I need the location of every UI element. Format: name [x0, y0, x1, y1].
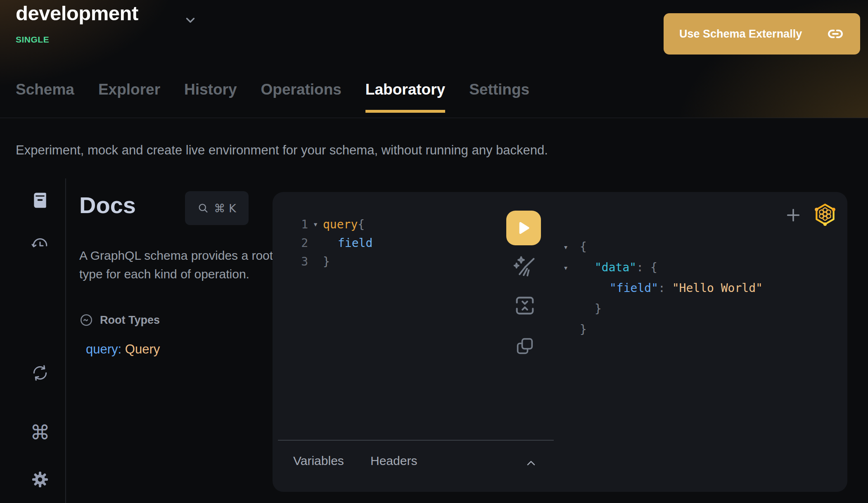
- root-type-query-link[interactable]: query: Query: [86, 342, 160, 357]
- fold-arrow-icon[interactable]: ▾: [308, 215, 323, 234]
- tab-settings[interactable]: Settings: [469, 81, 529, 113]
- use-schema-externally-button[interactable]: Use Schema Externally: [664, 13, 860, 55]
- response-line: ▾"data": {: [562, 257, 763, 278]
- history-icon[interactable]: [29, 235, 51, 257]
- tab-history[interactable]: History: [184, 81, 237, 113]
- editor-line: 1▾query{: [273, 215, 372, 234]
- collapse-editor-tools-button[interactable]: [522, 456, 540, 471]
- root-type-type-link[interactable]: Query: [125, 342, 160, 356]
- root-types-label: Root Types: [100, 314, 160, 327]
- copy-query-button[interactable]: [514, 335, 536, 357]
- reload-schema-icon[interactable]: [29, 362, 51, 384]
- page-header: development SINGLE Use Schema Externally…: [0, 0, 868, 118]
- docs-search-button[interactable]: ⌘ K: [185, 191, 249, 225]
- request-tools-divider: [278, 440, 554, 441]
- response-line: }: [562, 319, 763, 340]
- copy-icon: [514, 335, 536, 357]
- use-schema-label: Use Schema Externally: [679, 28, 802, 40]
- root-types-section: Root Types: [79, 313, 160, 327]
- docs-description: A GraphQL schema provides a root type fo…: [79, 246, 274, 283]
- response-line: }: [562, 299, 763, 319]
- response-line: ▾{: [562, 237, 763, 257]
- tab-operations[interactable]: Operations: [261, 81, 342, 113]
- laboratory-page: development SINGLE Use Schema Externally…: [0, 0, 868, 503]
- merge-icon: [513, 294, 537, 318]
- chevron-down-icon[interactable]: [183, 13, 197, 27]
- add-tab-button[interactable]: [784, 206, 803, 225]
- search-icon: [197, 202, 209, 214]
- link-icon: [826, 25, 844, 43]
- root-types-icon: [79, 313, 93, 327]
- tab-schema[interactable]: Schema: [16, 81, 74, 113]
- rail-divider: [65, 178, 66, 503]
- page-subtitle: Experiment, mock and create live environ…: [16, 143, 548, 158]
- prettify-icon: [511, 254, 538, 280]
- line-number: 1: [273, 215, 308, 234]
- editor-line: 2field: [273, 234, 372, 252]
- chevron-up-icon: [523, 457, 539, 470]
- tab-headers[interactable]: Headers: [370, 454, 417, 468]
- keyboard-shortcuts-icon[interactable]: ⌘: [29, 421, 51, 444]
- fold-arrow-icon[interactable]: ▾: [562, 237, 580, 257]
- query-editor[interactable]: 1▾query{ 2field 3}: [273, 215, 372, 271]
- response-viewer: ▾{ ▾"data": { "field": "Hello World" } }: [562, 237, 763, 340]
- tab-explorer[interactable]: Explorer: [98, 81, 160, 113]
- hive-logo: [813, 202, 837, 227]
- tab-laboratory[interactable]: Laboratory: [365, 81, 445, 113]
- response-line: "field": "Hello World": [562, 278, 763, 299]
- execute-query-button[interactable]: [506, 211, 541, 245]
- editor-line: 3}: [273, 252, 372, 271]
- docs-book-icon[interactable]: [29, 189, 51, 211]
- project-name[interactable]: development: [16, 2, 138, 25]
- graphiql-panel: 1▾query{ 2field 3}: [273, 192, 847, 492]
- tab-variables[interactable]: Variables: [293, 454, 344, 468]
- search-shortcut-label: ⌘ K: [214, 202, 236, 215]
- main-tabs: Schema Explorer History Operations Labor…: [16, 81, 529, 113]
- docs-panel-title: Docs: [79, 192, 136, 218]
- play-icon: [516, 220, 531, 236]
- environment-badge: SINGLE: [16, 35, 49, 45]
- prettify-query-button[interactable]: [511, 254, 538, 280]
- plus-icon: [784, 206, 803, 225]
- fold-arrow-icon[interactable]: ▾: [562, 257, 580, 278]
- line-number: 2: [273, 234, 308, 252]
- settings-gear-icon[interactable]: [29, 468, 51, 491]
- merge-fragments-button[interactable]: [513, 294, 537, 318]
- line-number: 3: [273, 252, 308, 271]
- root-type-field-name: query: [86, 342, 118, 356]
